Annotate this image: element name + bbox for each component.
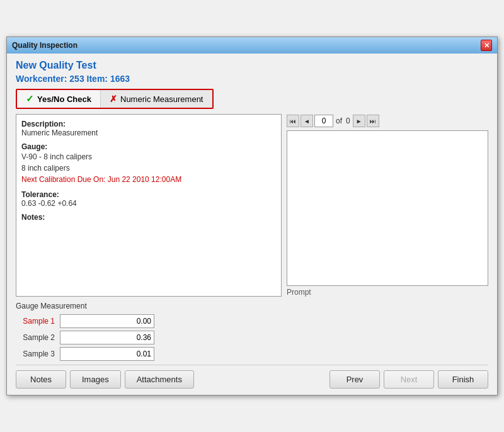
description-label: Description: <box>21 120 276 128</box>
left-buttons: Notes Images Attachments <box>16 370 194 389</box>
image-display <box>287 130 488 286</box>
main-content: Description: Numeric Measurement Gauge: … <box>16 114 488 297</box>
bottom-buttons: Notes Images Attachments Prev Next Finis… <box>16 365 488 389</box>
nav-next-button[interactable]: ► <box>353 115 365 127</box>
tab-numeric[interactable]: ✗ Numeric Measurement <box>101 90 212 108</box>
nav-of-label: of <box>336 117 342 125</box>
prev-button[interactable]: Prev <box>329 370 380 389</box>
check-icon: ✓ <box>26 93 34 105</box>
x-icon: ✗ <box>110 94 117 104</box>
workcenter-label: Workcenter: 253 Item: 1663 <box>16 74 488 84</box>
sample2-input[interactable] <box>60 331 154 344</box>
gauge-measurement-title: Gauge Measurement <box>16 302 488 310</box>
gauge-line1: V-90 - 8 inch calipers <box>21 151 276 162</box>
close-button[interactable]: ✕ <box>481 40 492 51</box>
images-button[interactable]: Images <box>70 370 121 389</box>
tab-numeric-label: Numeric Measurement <box>120 94 203 104</box>
window-title: Quality Inspection <box>12 41 77 50</box>
sample-row-2: Sample 2 <box>16 331 488 344</box>
sample1-input[interactable] <box>60 314 154 328</box>
page-title: New Quality Test <box>16 60 488 71</box>
right-buttons: Prev Next Finish <box>329 370 488 389</box>
sample2-label: Sample 2 <box>16 333 60 342</box>
gauge-line2: 8 inch calipers <box>21 162 276 174</box>
sample1-label: Sample 1 <box>16 317 60 326</box>
title-bar: Quality Inspection ✕ <box>7 37 497 54</box>
notes-label: Notes: <box>21 213 276 222</box>
window-body: New Quality Test Workcenter: 253 Item: 1… <box>7 54 497 395</box>
tab-yesno[interactable]: ✓ Yes/No Check <box>17 90 101 108</box>
tolerance-value: 0.63 -0.62 +0.64 <box>21 199 276 208</box>
right-panel: ⏮ ◄ of 0 ► ⏭ Prompt <box>287 114 488 297</box>
tabs-container: ✓ Yes/No Check ✗ Numeric Measurement <box>16 89 214 109</box>
description-value: Numeric Measurement <box>21 128 276 137</box>
nav-prev-button[interactable]: ◄ <box>301 115 313 127</box>
notes-button[interactable]: Notes <box>16 370 66 389</box>
gauge-section: Gauge Measurement Sample 1 Sample 2 Samp… <box>16 302 488 361</box>
tolerance-label: Tolerance: <box>21 190 276 199</box>
attachments-button[interactable]: Attachments <box>125 370 194 389</box>
image-nav: ⏮ ◄ of 0 ► ⏭ <box>287 114 488 128</box>
tab-yesno-label: Yes/No Check <box>37 94 91 104</box>
finish-button[interactable]: Finish <box>438 370 488 389</box>
nav-total-pages: 0 <box>346 117 350 125</box>
gauge-label: Gauge: <box>21 142 276 151</box>
sample3-label: Sample 3 <box>16 350 60 358</box>
gauge-lines: V-90 - 8 inch calipers 8 inch calipers N… <box>21 151 276 185</box>
prompt-label: Prompt <box>287 288 488 297</box>
gauge-calibration: Next Calibration Due On: Jun 22 2010 12:… <box>21 174 276 185</box>
nav-last-button[interactable]: ⏭ <box>367 115 379 127</box>
nav-first-button[interactable]: ⏮ <box>287 115 299 127</box>
nav-page-input[interactable] <box>314 115 333 127</box>
sample-row-3: Sample 3 <box>16 347 488 361</box>
left-panel: Description: Numeric Measurement Gauge: … <box>16 114 282 297</box>
sample-row-1: Sample 1 <box>16 314 488 328</box>
next-button[interactable]: Next <box>384 370 434 389</box>
main-window: Quality Inspection ✕ New Quality Test Wo… <box>6 37 498 395</box>
sample3-input[interactable] <box>60 347 154 361</box>
